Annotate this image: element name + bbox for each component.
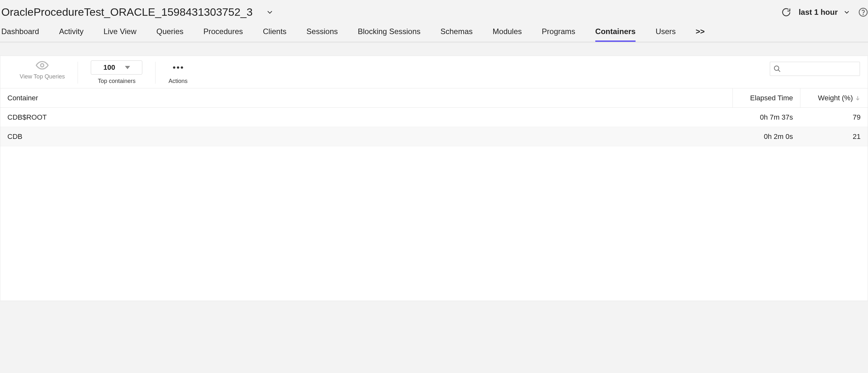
cell-elapsed: 0h 2m 0s <box>733 133 800 141</box>
toolbar-right <box>770 62 860 76</box>
tabs: DashboardActivityLive ViewQueriesProcedu… <box>0 25 868 43</box>
svg-point-6 <box>774 66 779 70</box>
svg-point-5 <box>181 66 183 68</box>
search-input[interactable] <box>784 65 857 73</box>
tab-moremore[interactable]: >> <box>696 27 705 40</box>
actions-group: Actions <box>156 61 200 84</box>
col-container[interactable]: Container <box>0 94 733 102</box>
search-box[interactable] <box>770 62 860 76</box>
svg-point-1 <box>863 14 863 14</box>
svg-point-4 <box>177 66 179 68</box>
view-top-queries-label: View Top Queries <box>20 73 65 80</box>
svg-line-7 <box>778 70 780 72</box>
header-right: last 1 hour <box>781 7 868 17</box>
table-row[interactable]: CDB$ROOT0h 7m 37s79 <box>0 108 868 127</box>
tab-procedures[interactable]: Procedures <box>204 27 243 40</box>
tab-schemas[interactable]: Schemas <box>440 27 473 40</box>
table-header: Container Elapsed Time Weight (%) <box>0 89 868 108</box>
title-chevron-down-icon[interactable] <box>266 8 274 16</box>
actions-label: Actions <box>168 78 187 84</box>
tab-containers[interactable]: Containers <box>595 27 636 40</box>
header-left: OracleProcedureTest_ORACLE_1598431303752… <box>1 6 274 18</box>
cell-container: CDB <box>0 133 733 141</box>
svg-point-2 <box>40 64 44 67</box>
content-panel: View Top Queries 100 Top containers Acti… <box>0 56 868 301</box>
svg-point-3 <box>173 66 175 68</box>
table: Container Elapsed Time Weight (%) CDB$RO… <box>0 88 868 301</box>
search-icon <box>773 65 781 73</box>
time-range-chevron-down-icon <box>843 8 850 16</box>
caret-down-icon <box>125 66 130 69</box>
tab-programs[interactable]: Programs <box>542 27 575 40</box>
sort-down-icon <box>855 95 861 101</box>
top-containers-value: 100 <box>103 63 115 72</box>
top-containers-select[interactable]: 100 <box>91 61 142 75</box>
help-icon[interactable] <box>858 7 868 17</box>
tab-live-view[interactable]: Live View <box>103 27 136 40</box>
table-row[interactable]: CDB0h 2m 0s21 <box>0 127 868 146</box>
view-top-queries-group: View Top Queries <box>7 61 78 80</box>
toolbar: View Top Queries 100 Top containers Acti… <box>0 56 868 88</box>
tab-dashboard[interactable]: Dashboard <box>1 27 39 40</box>
more-horizontal-icon[interactable] <box>172 61 184 75</box>
top-containers-group: 100 Top containers <box>78 61 155 84</box>
eye-icon[interactable] <box>36 61 49 70</box>
cell-weight: 21 <box>800 133 868 141</box>
cell-elapsed: 0h 7m 37s <box>733 113 800 122</box>
tab-activity[interactable]: Activity <box>59 27 83 40</box>
cell-container: CDB$ROOT <box>0 113 733 122</box>
header-bar: OracleProcedureTest_ORACLE_1598431303752… <box>0 0 868 25</box>
time-range-label: last 1 hour <box>799 8 838 17</box>
tab-users[interactable]: Users <box>655 27 676 40</box>
top-containers-label: Top containers <box>98 78 135 84</box>
tab-clients[interactable]: Clients <box>263 27 286 40</box>
refresh-icon[interactable] <box>781 7 791 17</box>
col-elapsed-time[interactable]: Elapsed Time <box>733 89 800 107</box>
tab-blocking-sessions[interactable]: Blocking Sessions <box>358 27 421 40</box>
table-body: CDB$ROOT0h 7m 37s79CDB0h 2m 0s21 <box>0 108 868 301</box>
page-title: OracleProcedureTest_ORACLE_1598431303752… <box>1 6 253 18</box>
tab-queries[interactable]: Queries <box>156 27 184 40</box>
tab-sessions[interactable]: Sessions <box>307 27 338 40</box>
col-weight[interactable]: Weight (%) <box>800 89 868 107</box>
cell-weight: 79 <box>800 113 868 122</box>
tab-modules[interactable]: Modules <box>493 27 522 40</box>
time-range-picker[interactable]: last 1 hour <box>799 8 850 17</box>
